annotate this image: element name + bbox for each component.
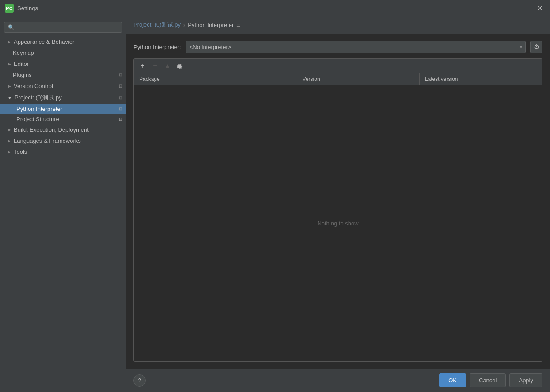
- search-icon: 🔍: [8, 24, 15, 30]
- search-input[interactable]: [16, 24, 118, 30]
- apply-button[interactable]: Apply: [509, 373, 542, 387]
- sidebar-item-appearance[interactable]: ▶ Appearance & Behavior: [0, 36, 126, 47]
- add-icon: +: [140, 62, 144, 70]
- sidebar-item-label: Keymap: [13, 49, 34, 56]
- column-package: Package: [134, 73, 297, 85]
- close-button[interactable]: ✕: [534, 3, 545, 13]
- sidebar-item-label: Languages & Frameworks: [14, 137, 81, 144]
- empty-message: Nothing to show: [317, 220, 358, 227]
- expand-arrow-icon: ▶: [8, 127, 11, 132]
- show-package-button[interactable]: ◉: [174, 61, 185, 71]
- gear-button[interactable]: ⚙: [530, 41, 542, 53]
- sidebar: 🔍 ▶ Appearance & Behavior Keymap ▶ Edito…: [0, 16, 126, 392]
- sidebar-item-label: Editor: [14, 61, 29, 67]
- column-version: Version: [297, 73, 420, 85]
- search-box[interactable]: 🔍: [4, 22, 122, 33]
- interpreter-label: Python Interpreter:: [133, 44, 181, 50]
- app-icon: PC: [5, 4, 14, 13]
- sidebar-item-tools[interactable]: ▶ Tools: [0, 146, 126, 157]
- show-icon: ◉: [177, 62, 183, 70]
- sidebar-item-label: Python Interpreter: [16, 106, 62, 112]
- external-icon: ⊡: [119, 107, 122, 111]
- expand-arrow-icon: ▼: [8, 95, 12, 100]
- sidebar-item-label: Tools: [14, 148, 27, 155]
- bottom-bar: ? OK Cancel Apply: [126, 369, 550, 392]
- remove-package-button[interactable]: −: [150, 61, 160, 71]
- expand-arrow-icon: ▶: [8, 149, 11, 154]
- external-icon: ⊡: [119, 84, 122, 88]
- sidebar-item-label: Build, Execution, Deployment: [14, 126, 89, 133]
- breadcrumb-separator: ›: [183, 22, 185, 28]
- title-bar-left: PC Settings: [5, 4, 38, 13]
- expand-arrow-icon: ▶: [8, 39, 11, 44]
- title-bar: PC Settings ✕: [0, 0, 550, 16]
- sidebar-item-label: Plugins: [13, 72, 32, 78]
- sidebar-item-label: Appearance & Behavior: [14, 38, 74, 45]
- external-icon: ⊡: [119, 95, 122, 100]
- sidebar-item-plugins[interactable]: Plugins ⊡: [0, 69, 126, 80]
- table-toolbar: + − ▲ ◉: [134, 59, 542, 73]
- settings-dialog: PC Settings ✕ 🔍 ▶ Appearance & Behavior …: [0, 0, 550, 392]
- expand-arrow-icon: ▶: [8, 84, 11, 88]
- sidebar-item-editor[interactable]: ▶ Editor: [0, 58, 126, 69]
- table-body: Nothing to show: [134, 85, 542, 361]
- upgrade-package-button[interactable]: ▲: [162, 61, 173, 71]
- expand-arrow-icon: ▶: [8, 61, 11, 66]
- sidebar-item-python-interpreter[interactable]: Python Interpreter ⊡: [0, 104, 126, 114]
- external-icon: ⊡: [119, 72, 122, 77]
- interpreter-row: Python Interpreter: <No interpreter> ▾ ⚙: [133, 41, 542, 53]
- sidebar-item-project-structure[interactable]: Project Structure ⊡: [0, 114, 126, 124]
- external-icon: ⊡: [119, 117, 122, 122]
- sidebar-item-build[interactable]: ▶ Build, Execution, Deployment: [0, 124, 126, 135]
- main-content: 🔍 ▶ Appearance & Behavior Keymap ▶ Edito…: [0, 16, 550, 392]
- breadcrumb-project-link[interactable]: Project: (0)测试.py: [133, 21, 181, 29]
- sidebar-item-label: Project: (0)测试.py: [15, 94, 62, 102]
- sidebar-item-label: Project Structure: [16, 116, 59, 122]
- panel-content: Python Interpreter: <No interpreter> ▾ ⚙: [126, 34, 550, 369]
- breadcrumb: Project: (0)测试.py › Python Interpreter ☰: [126, 16, 550, 34]
- remove-icon: −: [153, 62, 157, 70]
- gear-icon: ⚙: [534, 43, 539, 51]
- ok-button[interactable]: OK: [439, 373, 466, 387]
- sidebar-item-project[interactable]: ▼ Project: (0)测试.py ⊡: [0, 91, 126, 104]
- add-package-button[interactable]: +: [137, 61, 148, 71]
- table-header: Package Version Latest version: [134, 73, 542, 85]
- column-latest-version: Latest version: [420, 73, 542, 85]
- breadcrumb-menu-icon[interactable]: ☰: [236, 22, 241, 28]
- help-button[interactable]: ?: [133, 374, 146, 387]
- table-empty-area: Nothing to show: [134, 85, 542, 361]
- expand-arrow-icon: ▶: [8, 138, 11, 143]
- package-table: + − ▲ ◉ Package: [133, 58, 542, 362]
- interpreter-select[interactable]: <No interpreter>: [186, 41, 526, 53]
- sidebar-item-label: Version Control: [14, 83, 53, 89]
- sidebar-item-keymap[interactable]: Keymap: [0, 47, 126, 58]
- breadcrumb-current: Python Interpreter: [188, 22, 234, 28]
- window-title: Settings: [17, 5, 38, 11]
- up-icon: ▲: [164, 62, 171, 70]
- sidebar-item-languages[interactable]: ▶ Languages & Frameworks: [0, 135, 126, 146]
- cancel-button[interactable]: Cancel: [470, 373, 506, 387]
- interpreter-dropdown[interactable]: <No interpreter> ▾: [186, 41, 526, 53]
- sidebar-item-version-control[interactable]: ▶ Version Control ⊡: [0, 80, 126, 91]
- right-panel: Project: (0)测试.py › Python Interpreter ☰…: [126, 16, 550, 392]
